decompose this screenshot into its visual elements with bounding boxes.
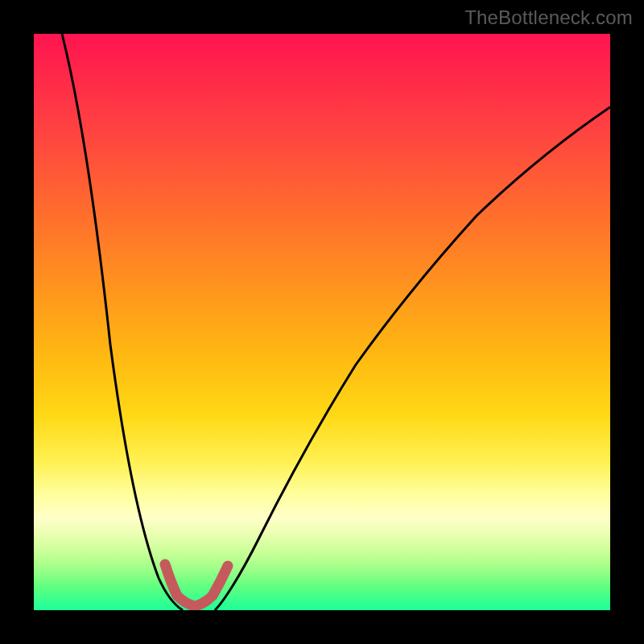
right-curve-path [215,107,610,610]
watermark-text: TheBottleneck.com [464,6,633,29]
left-curve-path [62,34,183,610]
curve-svg [34,34,610,610]
trough-marker-path [165,564,228,606]
plot-area [34,34,610,610]
chart-frame: TheBottleneck.com [0,0,644,644]
